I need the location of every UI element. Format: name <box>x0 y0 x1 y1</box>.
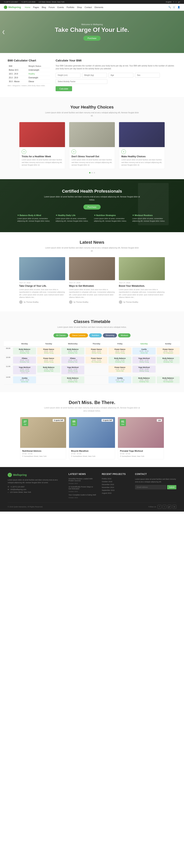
height-input[interactable] <box>56 73 80 78</box>
dot-3[interactable] <box>94 172 95 174</box>
footer-logo: 🌿 Wellspring <box>8 473 63 477</box>
footer-news-link-2[interactable]: 10 Scientifically Proven Ways to Get Mot… <box>68 486 96 490</box>
nav-shop[interactable]: Shop <box>77 6 82 8</box>
user-icon[interactable]: 👤 <box>178 6 180 8</box>
lang-selector[interactable]: English <box>166 1 172 3</box>
footer-submit-button[interactable]: Submit <box>167 485 176 489</box>
main-nav: 🌿 Wellspring Home Pages Blog Forum Event… <box>0 4 184 11</box>
sex-input[interactable] <box>135 73 160 78</box>
footer-proj-6[interactable]: August 2015 <box>102 492 130 494</box>
miss-card-meta2-3: © Somewhere Street, New York <box>120 455 162 457</box>
footer-email-input[interactable] <box>135 485 166 489</box>
sun-1400: Body Balance14:00 - 15:00Tim Kimposser <box>156 375 180 384</box>
nav-elements[interactable]: Elements <box>95 6 103 8</box>
footer-bottom: © 2016 Qode Interactive, All Rights Rese… <box>8 502 176 509</box>
table-row: 10:00 Pilates10:00 - 11:00Kimberly Tran … <box>4 355 180 365</box>
filter-dance[interactable]: Dance Lessons <box>69 333 88 337</box>
search-icon[interactable]: 🔍 <box>168 6 171 8</box>
dot-1[interactable] <box>89 172 90 174</box>
hero-title: Take Charge Of Your Life. <box>55 26 129 33</box>
nav-forum[interactable]: Forum <box>49 6 55 8</box>
miss-card-meta1-1: 07:00 - 07:00 <box>22 453 64 455</box>
dot-2[interactable] <box>91 172 93 174</box>
bmi-status: Overweight <box>27 76 50 80</box>
nav-events[interactable]: Events <box>58 6 64 8</box>
cert-purchase-button[interactable]: Purchase <box>83 205 101 210</box>
table-row: 30.0 - Above Obese <box>8 80 50 84</box>
miss-card-title-1[interactable]: Nutritional Advices <box>22 450 64 452</box>
sat-1100: Yoga Workout11:00 - 12:00Shirley Young <box>132 365 156 375</box>
social-fb[interactable]: f <box>157 505 161 509</box>
miss-day-2: 05 <box>72 420 75 423</box>
news-cards: JULY 27, 2019 Take Charge of Your Life. … <box>8 257 176 304</box>
healthy-card-2: ✦ Don't Stress Yourself Out Lorem ipsum … <box>69 122 115 169</box>
news-title-1[interactable]: Take Charge of Your Life. <box>19 285 65 287</box>
filter-all[interactable]: All Classes <box>53 333 68 337</box>
footer-copyright: © 2016 Qode Interactive, All Rights Rese… <box>8 506 43 508</box>
tue-0900: Power Dance09:00 - 10:00Shirley Young <box>37 346 61 355</box>
fri-0900: Power Dance09:00 - 10:00Shirley Young <box>108 346 132 355</box>
filter-nutrition[interactable]: Nutrition <box>89 333 102 337</box>
social-icons: f t g+ in <box>157 505 176 509</box>
card-icon-row-1: ✦ <box>22 149 63 154</box>
top-social-tw[interactable]: t <box>176 1 176 3</box>
footer-proj-2[interactable]: October 2018 <box>102 480 130 483</box>
miss-card-title-2[interactable]: Bicycle Marathon <box>71 450 113 452</box>
bmi-calc-desc: Your BMI Calculator generates the number… <box>56 64 176 70</box>
nav-logo[interactable]: 🌿 Wellspring <box>4 6 21 9</box>
time-cell: 09:00 <box>4 346 12 355</box>
saturday-header: Saturday <box>132 341 156 346</box>
social-gp[interactable]: g+ <box>168 505 171 509</box>
cert-feature-2: ✦ Healthy Daily Life Lorem ipsum dolor s… <box>56 214 90 223</box>
nav-home[interactable]: Home <box>25 6 30 8</box>
activity-input[interactable] <box>56 79 107 84</box>
bmi-note: BMI = kilograms / meters | BMI Body Mass… <box>8 85 50 87</box>
healthy-card-title-1: Tricks for a Healthier Week <box>22 155 63 158</box>
filter-streaming[interactable]: Streaming <box>103 333 117 337</box>
cart-icon[interactable]: 🛒 <box>173 6 176 8</box>
nav-contact[interactable]: Contact <box>84 6 92 8</box>
top-social-fb[interactable]: f <box>174 1 174 3</box>
top-social-gp[interactable]: g+ <box>178 1 180 3</box>
social-tw[interactable]: t <box>162 505 167 509</box>
footer-proj-4[interactable]: November 2014 <box>102 487 130 488</box>
nav-portfolio[interactable]: Portfolio <box>67 6 74 8</box>
tue-1000: Power Dance10:00 - 11:00Shirley Young <box>37 355 61 365</box>
footer-news-link-3[interactable]: Your Complete Guide to Eating Well <box>68 494 96 496</box>
author-avatar-3 <box>119 300 122 304</box>
footer-about-col: 🌿 Wellspring Lorem ipsum dolor sit amet … <box>8 473 63 498</box>
filter-workout[interactable]: Workout <box>118 333 131 337</box>
age-input[interactable] <box>109 73 134 78</box>
healthy-section: Your Healthy Choices Lorem ipsum dolor s… <box>0 97 184 179</box>
healthy-card-text-1: Lorem ipsum dolor sit amet facilisis sed… <box>22 159 63 166</box>
time-cell: 14:00 <box>4 375 12 384</box>
classes-timetable: Monday Tuesday Wednesday Thursday Friday… <box>4 341 180 384</box>
nav-blog[interactable]: Blog <box>42 6 46 8</box>
miss-spots-1: 5 spots left <box>53 419 64 422</box>
table-row: 14:00 Zumba14:00 - 15:00Gloria Hall Body… <box>4 375 180 384</box>
social-in[interactable]: in <box>173 505 176 509</box>
miss-day-3: 01 <box>121 420 124 423</box>
footer-news-link-1[interactable]: Smoothie Recipes Loaded With Protein Sou… <box>68 478 96 482</box>
calculate-button[interactable]: Calculate <box>56 86 72 91</box>
news-text-3: Lorem ipsum dolor sit amet. Duis aute ir… <box>119 288 165 299</box>
healthy-card-title-3: Make Healthy Choices <box>121 155 162 158</box>
mon-1400: Zumba14:00 - 15:00Gloria Hall <box>12 375 37 384</box>
news-title-2[interactable]: Ways to Get Motivated. <box>69 285 115 287</box>
miss-card-title-3[interactable]: Prenatal Yoga Workout <box>120 450 162 452</box>
sat-1400: Body Balance14:00 - 15:00Kimberly Tran <box>132 375 156 384</box>
nav-pages[interactable]: Pages <box>33 6 39 8</box>
weight-input[interactable] <box>82 73 107 78</box>
news-title-3[interactable]: Boost Your Metabolism. <box>119 285 165 287</box>
footer-proj-5[interactable]: September 2015 <box>102 489 130 491</box>
footer-proj-1[interactable]: Firefox 2016 <box>102 478 130 480</box>
cert-feature-3: ✦ Nutrition Strategies Lorem ipsum dolor… <box>94 214 128 223</box>
friday-header: Friday <box>108 341 132 346</box>
sat-1000: Yoga Workout10:00 - 11:00Shirley Young <box>132 355 156 365</box>
footer-contact-col: Contact Lorem ipsum dolor sit amet facil… <box>135 473 176 498</box>
hero-cta-button[interactable]: Purchase <box>83 36 101 41</box>
hero-prev-arrow[interactable]: ❮ <box>2 30 5 34</box>
footer-proj-3[interactable]: December 2015 <box>102 484 130 486</box>
healthy-card-body-2: ✦ Don't Stress Yourself Out Lorem ipsum … <box>69 147 115 169</box>
fri-1100: Power Dance11:00 - 12:00Gloria Hall <box>108 365 132 375</box>
